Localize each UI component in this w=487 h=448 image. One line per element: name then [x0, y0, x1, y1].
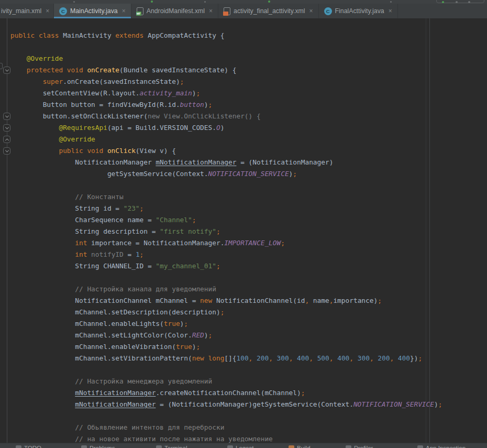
terminal-icon [156, 445, 162, 448]
code-token: }) [410, 354, 418, 362]
code-token [10, 239, 75, 247]
code-token: mChannel.enableVibration( [10, 343, 176, 351]
tool-window-button-app-inspection[interactable]: App Inspection [417, 445, 466, 448]
code-line[interactable]: button.setOnClickListener(new View.OnCli… [10, 111, 487, 122]
code-line[interactable] [10, 180, 487, 191]
fold-toggle-up-icon[interactable] [3, 136, 10, 143]
tab-activity-final-acttivity-xml[interactable]: activity_final_acttivity.xml× [218, 4, 318, 18]
code-line[interactable]: super.onCreate(savedInstanceState); [10, 76, 487, 88]
code-line[interactable]: @Override [10, 134, 487, 145]
code-line[interactable]: String id = "23"; [10, 203, 487, 214]
code-token: 300 [358, 354, 370, 362]
close-icon[interactable]: × [122, 8, 126, 14]
code-token: = [127, 250, 135, 258]
code-editor[interactable]: public class MainActivity extends AppCom… [0, 18, 487, 443]
gutter-mark-icon [0, 63, 3, 69]
code-line[interactable]: setContentView(R.layout.activity_main); [10, 88, 487, 99]
code-line[interactable]: int notifyID = 1; [10, 249, 487, 260]
code-token: []{ [224, 354, 236, 362]
code-token: NotificationManager [10, 158, 156, 166]
fold-toggle-down-icon[interactable] [3, 113, 10, 120]
code-line[interactable]: // Настройка канала для уведомлений [10, 283, 487, 295]
code-line[interactable] [10, 272, 487, 283]
code-token: String CHANNEL_ID = [10, 262, 156, 270]
code-line[interactable]: @Override [10, 53, 487, 64]
run-status-dot-icon [268, 1, 270, 3]
code-token: ; [301, 389, 305, 397]
code-line[interactable]: mChannel.setDescription(description); [10, 307, 487, 318]
code-token: Button button = findViewById(R.id. [10, 101, 180, 108]
code-line[interactable]: NotificationManager mNotificationManager… [10, 157, 487, 168]
fold-toggle-down-icon[interactable] [3, 67, 10, 74]
code-token: , [390, 354, 397, 362]
code-token: mNotificationManager [156, 158, 236, 166]
code-token: 400 [297, 354, 309, 362]
code-token: ; [220, 308, 225, 316]
code-token: NotificationChannel(id [216, 297, 305, 304]
code-line[interactable] [10, 364, 487, 376]
tab-ivity-main-xml[interactable]: ivity_main.xml× [0, 4, 54, 18]
code-line[interactable]: // Настройка менеджера уведомлений [10, 376, 487, 387]
code-token [10, 193, 75, 201]
code-line[interactable]: // на новое активити после нажатия на ув… [10, 433, 487, 443]
code-line[interactable]: // Константы [10, 191, 487, 203]
code-line[interactable]: mChannel.setVibrationPattern(new long[]{… [10, 353, 487, 364]
code-line[interactable]: String description = "first notify"; [10, 226, 487, 237]
code-token: (Bundle savedInstanceState) { [119, 66, 236, 74]
code-token [10, 124, 59, 132]
code-token: AppCompatActivity { [148, 31, 224, 39]
code-area[interactable]: public class MainActivity extends AppCom… [10, 30, 487, 443]
tool-window-button-profiler[interactable]: Profiler [346, 445, 373, 448]
code-line[interactable]: public void onClick(View v) { [10, 145, 487, 157]
code-line[interactable]: mChannel.setLightColor(Color.RED); [10, 330, 487, 341]
code-line[interactable]: mChannel.enableLights(true); [10, 318, 487, 330]
code-token: String description = [10, 227, 160, 235]
code-token: O [216, 124, 220, 132]
code-token: String id = [10, 204, 124, 212]
code-line[interactable]: getSystemService(Context.NOTIFICATION_SE… [10, 168, 487, 180]
close-icon[interactable]: × [209, 8, 213, 14]
code-line[interactable]: public class MainActivity extends AppCom… [10, 30, 487, 41]
toolbar-dot-icon [468, 1, 470, 3]
close-icon[interactable]: × [46, 8, 49, 14]
code-line[interactable]: int importance = NotificationManager.IMP… [10, 237, 487, 249]
close-icon[interactable]: × [309, 8, 313, 14]
tool-window-bar: TODOProblemsTerminalLogcatBuildProfilerA… [0, 443, 487, 448]
tool-window-button-terminal[interactable]: Terminal [156, 445, 187, 448]
code-token: ; [192, 216, 196, 224]
code-token: NotificationChannel mChannel = [10, 297, 200, 304]
tool-window-button-build[interactable]: Build [289, 445, 311, 448]
code-line[interactable]: mChannel.enableVibration(true); [10, 341, 487, 353]
code-token: ; [208, 101, 213, 108]
code-line[interactable]: @RequiresApi(api = Build.VERSION_CODES.O… [10, 122, 487, 134]
code-line[interactable] [10, 410, 487, 422]
code-line[interactable]: NotificationChannel mChannel = new Notif… [10, 295, 487, 307]
tool-window-button-problems[interactable]: Problems [81, 445, 115, 448]
tool-window-button-logcat[interactable]: Logcat [227, 445, 254, 448]
code-token: 500 [317, 354, 329, 362]
code-token: 300 [277, 354, 289, 362]
close-icon[interactable]: × [389, 8, 392, 14]
code-line[interactable] [10, 41, 487, 53]
code-line[interactable]: // Обьявление интентов для переброски [10, 422, 487, 433]
code-line[interactable]: mNotificationManager = (NotificationMana… [10, 399, 487, 410]
tool-window-button-todo[interactable]: TODO [16, 445, 41, 448]
code-line[interactable]: CharSequence name = "Channel"; [10, 214, 487, 226]
code-line[interactable]: Button button = findViewById(R.id.button… [10, 99, 487, 111]
chevron-down-icon [5, 68, 8, 71]
tab-androidmanifest-xml[interactable]: MFAndroidManifest.xml× [131, 4, 218, 18]
run-controls-group[interactable] [436, 0, 484, 3]
code-token: int [75, 250, 87, 258]
class-icon: C [59, 7, 67, 15]
code-token: // Константы [75, 193, 123, 201]
code-token: @Override [59, 135, 95, 143]
code-line[interactable]: mNotificationManager.createNotificationC… [10, 387, 487, 399]
tab-finalacttivity-java[interactable]: CFinalActtivity.java× [319, 4, 398, 18]
code-token: mChannel.setDescription(description) [10, 308, 220, 316]
fold-toggle-down-icon[interactable] [3, 147, 10, 155]
tab-mainactivity-java[interactable]: CMainActivity.java× [54, 4, 131, 18]
code-line[interactable]: protected void onCreate(Bundle savedInst… [10, 64, 487, 76]
fold-toggle-down-icon[interactable] [3, 124, 10, 132]
code-line[interactable]: String CHANNEL_ID = "my_channel_01"; [10, 260, 487, 272]
toolbar-dot-icon [390, 1, 392, 3]
